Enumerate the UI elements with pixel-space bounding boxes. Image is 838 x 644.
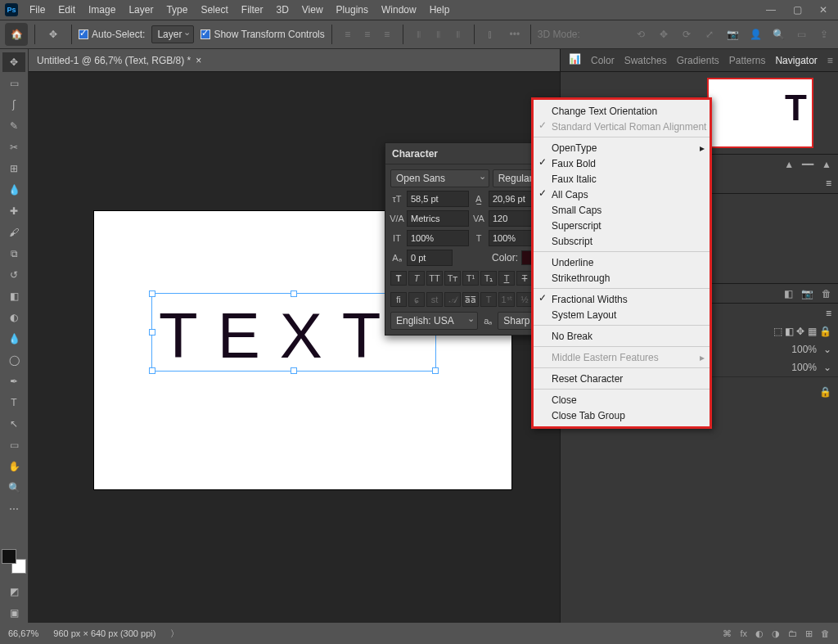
more-options-icon[interactable]: •••: [506, 25, 524, 43]
close-button[interactable]: ✕: [813, 2, 833, 18]
swash-button[interactable]: 𝒜: [444, 292, 461, 307]
camera-icon[interactable]: 📷: [723, 25, 741, 43]
link-icon[interactable]: ⌘: [723, 628, 732, 639]
panel-menu-icon[interactable]: ≡: [826, 178, 831, 189]
camera-icon[interactable]: 📷: [801, 288, 813, 299]
align-to-icon[interactable]: ⫿: [481, 25, 499, 43]
fill-value[interactable]: 100%: [791, 362, 817, 373]
color-swatches[interactable]: [2, 549, 26, 574]
workspace-icon[interactable]: ▭: [792, 25, 810, 43]
info-chevron-icon[interactable]: 〉: [170, 628, 179, 640]
strikethrough-button[interactable]: T: [516, 271, 533, 286]
lasso-tool[interactable]: ʃ: [2, 95, 25, 115]
opacity-value[interactable]: 100%: [791, 344, 817, 355]
zoom-out-icon[interactable]: ▲: [784, 159, 794, 170]
frame-tool[interactable]: ⊞: [2, 159, 25, 178]
new-layer-icon[interactable]: ⊞: [805, 628, 813, 639]
canvas-text[interactable]: TEXT: [159, 299, 400, 373]
superscript-button[interactable]: T¹: [462, 271, 479, 286]
document-tab[interactable]: Untitled-1 @ 66,7% (Text, RGB/8) * ×: [29, 49, 210, 71]
crop-tool[interactable]: ✂: [2, 137, 25, 157]
pen-tool[interactable]: ✒: [2, 372, 25, 391]
flyout-item[interactable]: Subscript: [534, 233, 710, 249]
baseline-shift-input[interactable]: 0 pt: [407, 250, 453, 266]
flyout-item[interactable]: Reset Character: [534, 371, 710, 386]
panel-menu-icon[interactable]: ≡: [826, 308, 831, 319]
transform-handle[interactable]: [149, 329, 155, 336]
contextual-alt-button[interactable]: ɕ: [408, 292, 425, 307]
menu-3d[interactable]: 3D: [271, 2, 293, 17]
bold-button[interactable]: T: [390, 271, 407, 286]
ligatures-button[interactable]: fi: [390, 292, 407, 307]
eraser-tool[interactable]: ◧: [2, 286, 25, 306]
transform-handle[interactable]: [149, 367, 155, 374]
minimize-button[interactable]: —: [761, 2, 781, 18]
document-info[interactable]: 960 px × 640 px (300 ppi): [53, 628, 155, 638]
tab-gradients[interactable]: Gradients: [677, 55, 719, 66]
histogram-icon[interactable]: 📊: [569, 53, 581, 68]
auto-select-target-select[interactable]: Layer: [151, 25, 194, 43]
fx-icon[interactable]: fx: [740, 628, 747, 639]
font-family-select[interactable]: Open Sans: [390, 169, 489, 187]
delete-icon[interactable]: 🗑: [821, 628, 830, 639]
shape-tool[interactable]: ▭: [2, 435, 25, 455]
mask-icon[interactable]: ◐: [755, 628, 764, 639]
menu-filter[interactable]: Filter: [237, 2, 268, 17]
new-adjustment-icon[interactable]: ◧: [784, 288, 793, 299]
menu-select[interactable]: Select: [196, 2, 232, 17]
quick-mask-tool[interactable]: ◩: [2, 582, 25, 601]
align-center-icon[interactable]: ≡: [358, 25, 376, 43]
font-size-input[interactable]: 58,5 pt: [407, 191, 469, 207]
flyout-item[interactable]: Strikethrough: [534, 270, 710, 286]
stamp-tool[interactable]: ⧉: [2, 244, 25, 263]
subscript-button[interactable]: T₁: [480, 271, 497, 286]
menu-image[interactable]: Image: [83, 2, 120, 17]
history-brush-tool[interactable]: ↺: [2, 265, 25, 285]
edit-toolbar[interactable]: ⋯: [2, 499, 25, 519]
align-left-icon[interactable]: ≡: [339, 25, 357, 43]
gradient-tool[interactable]: ◐: [2, 308, 25, 327]
tab-patterns[interactable]: Patterns: [729, 55, 766, 66]
transform-handle[interactable]: [291, 290, 297, 297]
menu-layer[interactable]: Layer: [124, 2, 158, 17]
character-panel-header[interactable]: Character » ≡: [385, 143, 556, 164]
search-icon[interactable]: 🔍: [769, 25, 787, 43]
flyout-item[interactable]: ✓All Caps: [534, 187, 710, 202]
italic-button[interactable]: T: [408, 271, 425, 286]
align-right-icon[interactable]: ≡: [378, 25, 396, 43]
move-tool-icon[interactable]: ✥: [42, 23, 65, 46]
auto-select-checkbox[interactable]: Auto-Select:: [79, 29, 145, 40]
stylistic-alt-button[interactable]: a̅a̅: [462, 292, 479, 307]
marquee-tool[interactable]: ▭: [2, 74, 25, 93]
allcaps-button[interactable]: TT: [426, 271, 443, 286]
flyout-item[interactable]: ✓Faux Bold: [534, 155, 710, 171]
flyout-item[interactable]: ✓Fractional Widths: [534, 291, 710, 307]
show-transform-checkbox[interactable]: Show Transform Controls: [200, 29, 324, 40]
flyout-item[interactable]: No Break: [534, 328, 710, 344]
eyedropper-tool[interactable]: 💧: [2, 180, 25, 200]
flyout-item[interactable]: Faux Italic: [534, 171, 710, 187]
maximize-button[interactable]: ▢: [787, 2, 807, 18]
close-tab-icon[interactable]: ×: [196, 55, 201, 66]
navigator-thumbnail[interactable]: T: [707, 78, 813, 148]
move-tool[interactable]: ✥: [2, 52, 25, 72]
vertical-scale-input[interactable]: 100%: [407, 230, 469, 246]
discretionary-button[interactable]: st: [426, 292, 443, 307]
menu-help[interactable]: Help: [425, 2, 455, 17]
distribute-vcenter-icon[interactable]: ⫴: [430, 25, 448, 43]
zoom-tool[interactable]: 🔍: [2, 478, 25, 498]
lock-icon[interactable]: 🔒: [819, 386, 831, 398]
menu-edit[interactable]: Edit: [53, 2, 80, 17]
language-select[interactable]: English: USA: [390, 312, 478, 330]
brush-tool[interactable]: 🖌: [2, 223, 25, 242]
tab-color[interactable]: Color: [591, 55, 615, 66]
menu-plugins[interactable]: Plugins: [331, 2, 373, 17]
foreground-color-swatch[interactable]: [2, 549, 16, 564]
rotate-icon[interactable]: ⟳: [678, 25, 696, 43]
distribute-top-icon[interactable]: ⫴: [410, 25, 428, 43]
underline-button[interactable]: T: [498, 271, 515, 286]
type-tool[interactable]: T: [2, 393, 25, 412]
titling-button[interactable]: T: [480, 292, 497, 307]
path-select-tool[interactable]: ↖: [2, 414, 25, 434]
healing-tool[interactable]: ✚: [2, 201, 25, 221]
